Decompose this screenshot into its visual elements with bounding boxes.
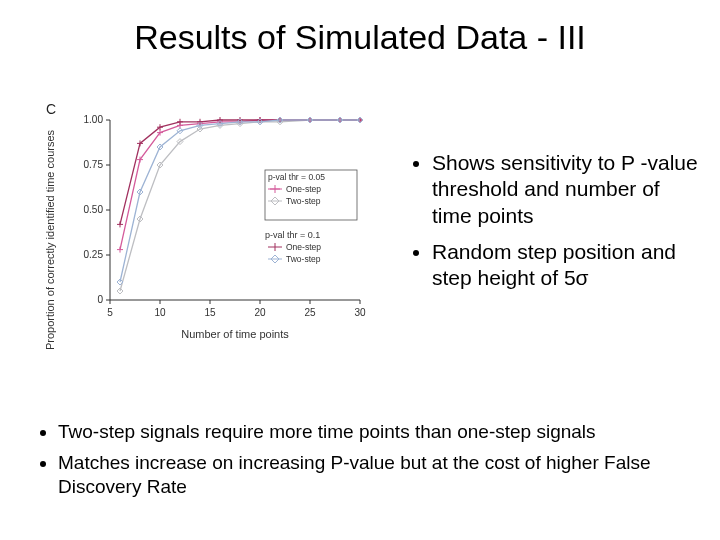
svg-text:25: 25 bbox=[304, 307, 316, 318]
svg-text:1.00: 1.00 bbox=[84, 114, 104, 125]
legend-item-3: One-step bbox=[286, 242, 321, 252]
svg-text:0: 0 bbox=[97, 294, 103, 305]
x-axis-label: Number of time points bbox=[181, 328, 289, 340]
svg-text:0.75: 0.75 bbox=[84, 159, 104, 170]
svg-text:20: 20 bbox=[254, 307, 266, 318]
svg-text:15: 15 bbox=[204, 307, 216, 318]
svg-text:30: 30 bbox=[354, 307, 366, 318]
bullet-pvalue-fdr: Matches increase on increasing P-value b… bbox=[58, 451, 686, 500]
bullet-sensitivity: Shows sensitivity to P -value threshold … bbox=[432, 150, 700, 229]
right-bullet-list: Shows sensitivity to P -value threshold … bbox=[410, 150, 700, 301]
svg-text:10: 10 bbox=[154, 307, 166, 318]
svg-text:5: 5 bbox=[107, 307, 113, 318]
svg-text:0.25: 0.25 bbox=[84, 249, 104, 260]
svg-text:0.50: 0.50 bbox=[84, 204, 104, 215]
panel-label: C bbox=[46, 101, 56, 117]
legend-item-1: One-step bbox=[286, 184, 321, 194]
y-axis-label: Proportion of correctly identified time … bbox=[44, 129, 56, 350]
slide-title: Results of Simulated Data - III bbox=[0, 18, 720, 57]
legend-item-2: Two-step bbox=[286, 196, 321, 206]
bullet-step-height: Random step position and step height of … bbox=[432, 239, 700, 292]
x-ticks: 51015202530 bbox=[107, 300, 366, 318]
y-ticks: 00.250.500.751.00 bbox=[84, 114, 110, 305]
legend-header-2: p-val thr = 0.1 bbox=[265, 230, 320, 240]
bullet-two-step: Two-step signals require more time point… bbox=[58, 420, 686, 445]
bottom-bullet-list: Two-step signals require more time point… bbox=[36, 420, 686, 506]
legend-header-1: p-val thr = 0.05 bbox=[268, 172, 325, 182]
legend-item-4: Two-step bbox=[286, 254, 321, 264]
chart-legend: p-val thr = 0.05 One-step Two-step p-val… bbox=[265, 170, 357, 264]
sensitivity-chart: C 00.250.500.751.00 51015202530 Proporti… bbox=[40, 100, 380, 355]
